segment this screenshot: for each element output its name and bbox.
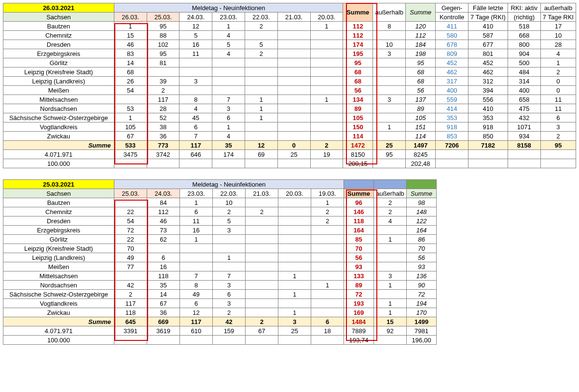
ext-cell: 4 [540, 49, 576, 58]
sum-cell: 7889 [344, 326, 374, 336]
pop-label: 4.071.971 [3, 150, 114, 159]
cell [310, 31, 343, 40]
sum2-cell: 68 [406, 68, 436, 77]
aus-cell [373, 86, 406, 95]
cell: 6 [311, 317, 344, 326]
cell: 2 [213, 207, 246, 216]
sum2-cell: 112 [406, 31, 436, 40]
cell: 95 [147, 49, 179, 58]
ext-cell: 904 [508, 49, 540, 58]
cell: 95 [147, 22, 179, 31]
cell [114, 271, 147, 281]
cell [212, 68, 245, 77]
cell: 77 [114, 262, 147, 271]
cell: 69 [245, 150, 277, 159]
cell: 45 [179, 113, 212, 122]
sum2-cell: 93 [407, 262, 437, 271]
sum2-cell: 105 [406, 113, 436, 122]
cell [114, 336, 147, 345]
cell: 70 [114, 244, 147, 253]
cell [114, 198, 147, 207]
cell [246, 281, 278, 290]
cell: 8 [179, 95, 212, 104]
cell: 3 [213, 281, 246, 290]
cell: 117 [114, 299, 147, 308]
cell [310, 77, 343, 86]
sum-cell: 56 [344, 253, 374, 262]
cell: 2 [147, 86, 179, 95]
cell: 5 [245, 40, 277, 49]
ext-cell: 432 [508, 113, 540, 122]
ext-cell: 559 [436, 95, 469, 104]
cell: 2 [246, 207, 278, 216]
cell: 16 [179, 40, 212, 49]
cell: 35 [147, 281, 180, 290]
cell [310, 68, 343, 77]
cell [310, 122, 343, 132]
table-row: Mittelsachsen1178711134313755955665811 [3, 95, 576, 104]
date-col-5: 21.03. [277, 13, 310, 22]
cell: 12 [179, 22, 212, 31]
date-col-2: 24.03. [179, 13, 212, 22]
cell: 2 [245, 22, 277, 31]
region-name: Bautzen [3, 22, 114, 31]
ext-cell: 11 [540, 95, 576, 104]
sum2-cell: 8245 [406, 150, 436, 159]
aus-cell [373, 132, 406, 141]
ext-cell: 11 [540, 104, 576, 113]
cell: 3 [278, 317, 311, 326]
cell [311, 290, 344, 299]
blank-green [407, 180, 437, 189]
cell: 54 [114, 216, 147, 226]
cell [310, 104, 343, 113]
cell [278, 336, 311, 345]
cell [213, 244, 246, 253]
cell [114, 95, 147, 104]
population-row: 4.071.971347537426461746925198150958245 [3, 150, 576, 159]
table2-wrap: 25.03.2021 Meldetag - Neuinfektionen Sac… [3, 179, 437, 354]
sum2-cell: 198 [406, 49, 436, 58]
cell: 773 [147, 141, 179, 150]
cell [213, 262, 246, 271]
region-name: Mittelsachsen [3, 271, 114, 281]
ext-cell: 462 [436, 68, 469, 77]
ext-cell: 850 [469, 132, 508, 141]
cell [278, 207, 311, 216]
title-cell: Meldetag - Neuinfektionen [114, 3, 343, 13]
ausserhalb-header: außerhalb [373, 3, 406, 22]
aus-cell [373, 31, 406, 40]
cell: 7 [180, 271, 213, 281]
date-col-5: 20.03. [278, 189, 311, 198]
region-name: Meißen [3, 86, 114, 95]
cell [277, 58, 310, 68]
region-name: Nordsachsen [3, 281, 114, 290]
cell [246, 336, 278, 345]
cell: 1 [311, 281, 344, 290]
ext-cell: 7182 [469, 141, 508, 150]
ext-cell: 7206 [436, 141, 469, 150]
cell: 49 [180, 290, 213, 299]
table-row: Chemnitz15885411211258058766810 [3, 31, 576, 40]
date-col-6: 20.03. [310, 13, 343, 22]
cell: 53 [114, 104, 147, 113]
cell: 1 [311, 198, 344, 207]
sum-cell: 112 [343, 31, 373, 40]
region-name: Görlitz [3, 58, 114, 68]
cell: 15 [114, 31, 147, 40]
ext-cell: 500 [508, 58, 540, 68]
cell [246, 299, 278, 308]
title-cell: Meldetag - Neuinfektionen [114, 180, 344, 189]
cell: 3619 [147, 326, 180, 336]
cell [311, 299, 344, 308]
cell [180, 336, 213, 345]
cell [180, 244, 213, 253]
cell [246, 198, 278, 207]
aus-cell: 3 [374, 271, 407, 281]
cell [278, 244, 311, 253]
totals-label: Summe [3, 141, 114, 150]
table-row: Mittelsachsen1187711333136 [3, 271, 437, 281]
sum2-cell: 148 [407, 207, 437, 216]
sum-cell: 85 [344, 235, 374, 244]
cell [277, 68, 310, 77]
aus-cell [374, 262, 407, 271]
